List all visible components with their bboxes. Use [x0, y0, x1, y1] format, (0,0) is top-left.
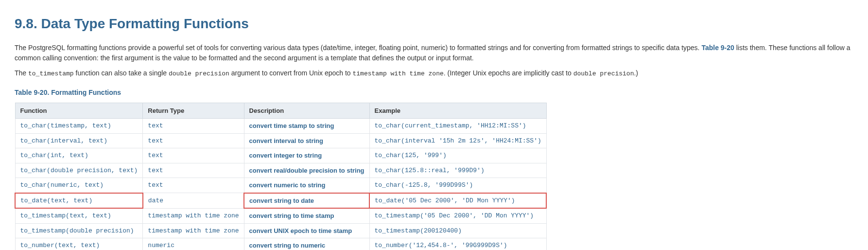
intro-p2-text-e: .)	[634, 69, 638, 77]
cell-return-type: timestamp with time zone	[143, 223, 244, 238]
intro-p2-text-c: argument to convert from Unix epoch to	[229, 69, 353, 77]
table-caption: Table 9-20. Formatting Functions	[15, 88, 853, 98]
code-to-timestamp: to_timestamp	[28, 70, 74, 77]
cell-function: to_char(timestamp, text)	[15, 119, 143, 134]
cell-description: convert integer to string	[244, 148, 369, 163]
cell-example: to_char(125.8::real, '999D9')	[369, 163, 546, 178]
cell-example: to_number('12,454.8-', '99G999D9S')	[369, 238, 546, 250]
cell-function: to_timestamp(text, text)	[15, 208, 143, 223]
table-row: to_number(text, text)numericconvert stri…	[15, 238, 546, 250]
cell-return-type: text	[143, 133, 244, 148]
cell-function: to_char(int, text)	[15, 148, 143, 163]
cell-example: to_date('05 Dec 2000', 'DD Mon YYYY')	[369, 193, 546, 209]
table-row: to_char(int, text)textconvert integer to…	[15, 148, 546, 163]
cell-description: convert string to numeric	[244, 238, 369, 250]
cell-function: to_number(text, text)	[15, 238, 143, 250]
cell-example: to_timestamp('05 Dec 2000', 'DD Mon YYYY…	[369, 208, 546, 223]
intro-p2-text-d: . (Integer Unix epochs are implicitly ca…	[444, 69, 573, 77]
table-link[interactable]: Table 9-20	[701, 44, 734, 52]
table-row: to_char(interval, text)textconvert inter…	[15, 133, 546, 148]
cell-return-type: timestamp with time zone	[143, 208, 244, 223]
cell-description: convert string to time stamp	[244, 208, 369, 223]
intro-p1-text-a: The PostgreSQL formatting functions prov…	[15, 44, 701, 52]
cell-example: to_char(-125.8, '999D99S')	[369, 178, 546, 193]
cell-description: convert real/double precision to string	[244, 163, 369, 178]
cell-return-type: date	[143, 193, 244, 209]
cell-function: to_char(numeric, text)	[15, 178, 143, 193]
page-title: 9.8. Data Type Formatting Functions	[15, 14, 853, 34]
cell-function: to_timestamp(double precision)	[15, 223, 143, 238]
cell-description: convert UNIX epoch to time stamp	[244, 223, 369, 238]
cell-return-type: text	[143, 119, 244, 134]
table-row: to_char(double precision, text)textconve…	[15, 163, 546, 178]
intro-paragraph-2: The to_timestamp function can also take …	[15, 68, 853, 79]
intro-p2-text-b: function can also take a single	[74, 69, 169, 77]
formatting-functions-table: Function Return Type Description Example…	[15, 103, 547, 250]
cell-example: to_char(current_timestamp, 'HH12:MI:SS')	[369, 119, 546, 134]
cell-example: to_timestamp(200120400)	[369, 223, 546, 238]
cell-return-type: text	[143, 148, 244, 163]
cell-description: convert string to date	[244, 193, 369, 209]
intro-p2-text-a: The	[15, 69, 28, 77]
code-double-precision-1: double precision	[169, 70, 229, 77]
col-header-return-type: Return Type	[143, 103, 244, 119]
table-row: to_char(numeric, text)textconvert numeri…	[15, 178, 546, 193]
cell-example: to_char(interval '15h 2m 12s', 'HH24:MI:…	[369, 133, 546, 148]
table-row: to_char(timestamp, text)textconvert time…	[15, 119, 546, 134]
table-row: to_timestamp(double precision)timestamp …	[15, 223, 546, 238]
code-double-precision-2: double precision	[573, 70, 634, 77]
intro-paragraph-1: The PostgreSQL formatting functions prov…	[15, 43, 853, 63]
col-header-example: Example	[369, 103, 546, 119]
cell-return-type: text	[143, 178, 244, 193]
cell-return-type: text	[143, 163, 244, 178]
col-header-function: Function	[15, 103, 143, 119]
cell-function: to_date(text, text)	[15, 193, 143, 209]
cell-function: to_char(interval, text)	[15, 133, 143, 148]
table-row: to_timestamp(text, text)timestamp with t…	[15, 208, 546, 223]
cell-function: to_char(double precision, text)	[15, 163, 143, 178]
cell-description: convert numeric to string	[244, 178, 369, 193]
cell-example: to_char(125, '999')	[369, 148, 546, 163]
table-header-row: Function Return Type Description Example	[15, 103, 546, 119]
cell-return-type: numeric	[143, 238, 244, 250]
table-row: to_date(text, text)dateconvert string to…	[15, 193, 546, 209]
cell-description: convert interval to string	[244, 133, 369, 148]
code-timestamp-tz: timestamp with time zone	[353, 70, 444, 77]
col-header-description: Description	[244, 103, 369, 119]
cell-description: convert time stamp to string	[244, 119, 369, 134]
